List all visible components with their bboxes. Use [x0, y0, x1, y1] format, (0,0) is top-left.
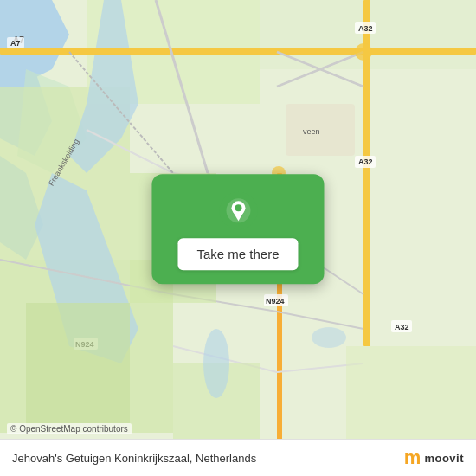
take-me-there-button[interactable]: Take me there [177, 238, 298, 270]
svg-point-50 [203, 329, 229, 398]
svg-text:N924: N924 [266, 297, 285, 306]
moovit-wordmark: moovit [424, 452, 464, 465]
moovit-logo: m moovit [404, 448, 464, 467]
svg-text:A32: A32 [358, 158, 373, 166]
location-pin-icon [219, 191, 257, 229]
svg-text:A7: A7 [10, 39, 21, 48]
svg-point-51 [312, 327, 346, 348]
map-container: A7 A7 A32 A32 A32 N924 N924 N924 F [0, 0, 476, 476]
svg-rect-47 [26, 303, 130, 433]
copyright-text: © OpenStreetMap contributors [7, 423, 132, 434]
svg-point-53 [355, 43, 372, 61]
moovit-m-icon: m [404, 448, 421, 467]
svg-text:A32: A32 [395, 323, 409, 331]
svg-text:veen: veen [303, 127, 320, 136]
svg-text:A32: A32 [358, 24, 373, 33]
location-card: Take me there [151, 174, 324, 284]
location-name-label: Jehovah's Getuigen Koninkrijkszaal, Neth… [12, 452, 256, 465]
svg-point-57 [235, 204, 241, 211]
bottom-bar: Jehovah's Getuigen Koninkrijkszaal, Neth… [0, 439, 476, 476]
svg-rect-44 [286, 104, 355, 156]
